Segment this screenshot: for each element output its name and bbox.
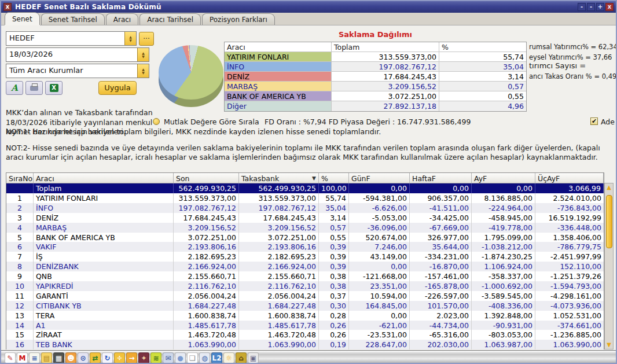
scope-combobox[interactable]: Tüm Aracı Kurumlar ▲▼: [6, 64, 149, 78]
distribution-row[interactable]: Diğer27.892.137,184,96: [225, 101, 526, 111]
arrow-right-icon[interactable]: →: [126, 352, 137, 363]
blue-dot-icon[interactable]: ●: [175, 352, 186, 363]
refresh-icon[interactable]: ↻: [102, 352, 113, 363]
document-icon[interactable]: ❏: [187, 352, 198, 363]
column-header-ayf[interactable]: AyF: [472, 173, 535, 183]
column-header-name[interactable]: Aracı: [34, 173, 174, 183]
column-header-ucayf[interactable]: ÜçAyF: [535, 173, 604, 183]
percent-cell: 55,74: [439, 52, 526, 61]
order-pad-icon[interactable]: ≡: [29, 352, 40, 363]
symbol-combobox[interactable]: HEDEF ▲▼: [6, 31, 137, 46]
table-row[interactable]: 1YATIRIM FONLARI313.559.373,00313.559.37…: [6, 193, 604, 203]
sort-radio[interactable]: [153, 118, 160, 125]
table-row[interactable]: 2İNFO197.082.767,12197.082.767,1235,04-6…: [6, 203, 604, 213]
column-header-pct[interactable]: %: [319, 173, 349, 183]
chart-window-icon[interactable]: ▦: [53, 352, 64, 363]
date-combobox[interactable]: 18/03/2026 ▲▼: [6, 47, 149, 62]
scroll-down-icon[interactable]: ▼: [605, 341, 612, 348]
column-header-haftaf[interactable]: HaftaF: [410, 173, 472, 183]
cell-haftaf: 0,00: [410, 183, 472, 193]
table-row[interactable]: 3DENİZ17.684.245,4317.684.245,433,14-5.0…: [6, 213, 604, 223]
cell-ayf: 1.392.848,00: [472, 311, 535, 321]
cell-son: 2.056.004,24: [174, 291, 239, 301]
bank-icon[interactable]: ⌂: [236, 352, 247, 363]
table-row[interactable]: 14A11.485.617,781.485.617,780,26-621,00-…: [6, 321, 604, 330]
content-area: HEDEF ▲▼ ... 18/03/2026 ▲▼ Tüm Aracı Kur…: [1, 25, 616, 350]
table-row[interactable]: 16TEB BANK1.063.990,001.063.990,000,1922…: [6, 340, 604, 350]
scroll-up-icon[interactable]: ▲: [605, 184, 612, 191]
table-row[interactable]: 8DENİZBANK2.166.924,002.166.924,000,390,…: [6, 262, 604, 271]
percent-cell: 0,55: [439, 91, 526, 101]
spinner-icon[interactable]: ▲▼: [137, 48, 149, 61]
table-row[interactable]: 15ZİRAAT1.463.720,481.463.720,480,26-23.…: [6, 330, 604, 340]
scrollbar-thumb[interactable]: [606, 195, 612, 248]
table-row[interactable]: 9QNB2.155.660,712.155.660,710,38-121.668…: [6, 271, 604, 281]
table-row[interactable]: 7İŞ2.182.695,232.182.695,230,3943.149,00…: [6, 252, 604, 262]
table-row[interactable]: 12CITIBANK YB1.684.227,481.684.227,480,3…: [6, 301, 604, 311]
column-header-son[interactable]: Son: [174, 173, 239, 183]
tab-aracı-tarihsel[interactable]: Aracı Tarihsel: [139, 13, 201, 25]
font-button[interactable]: A: [6, 81, 23, 95]
minimize-button[interactable]: -: [587, 3, 595, 11]
column-header-gunf[interactable]: GünF: [349, 173, 410, 183]
cell-ucayf: -786.779,75: [535, 242, 604, 252]
vertical-scrollbar[interactable]: ▲ ▼: [604, 183, 614, 350]
print-button[interactable]: [25, 81, 43, 95]
distribution-row[interactable]: YATIRIM FONLARI313.559.373,0055,74: [225, 52, 526, 62]
mask-icon[interactable]: ✦: [138, 352, 149, 363]
sun-chart-icon[interactable]: ☼: [223, 352, 234, 363]
spinner-icon[interactable]: ▲▼: [124, 32, 136, 45]
font-icon: A: [11, 83, 18, 93]
tab-aracı[interactable]: Aracı: [106, 13, 138, 25]
apply-button[interactable]: Uygula: [98, 81, 137, 95]
picture-window-icon[interactable]: ▣: [248, 352, 259, 363]
cell-name: İŞ: [34, 252, 174, 262]
broker-name-cell: MARBAŞ: [225, 82, 332, 91]
divide-icon[interactable]: ÷: [114, 352, 125, 363]
close-icon[interactable]: x: [3, 3, 12, 11]
distribution-row[interactable]: BANK OF AMERICA YB3.072.251,000,55: [225, 91, 526, 101]
column-header-no[interactable]: SıraNo: [6, 173, 34, 183]
accounts-icon[interactable]: ☻: [65, 352, 76, 363]
adet-checkbox[interactable]: ✔: [590, 117, 598, 125]
investor-stat-line: eysel Yatırımcı% = 37,66: [529, 53, 612, 61]
excel-export-button[interactable]: X: [45, 81, 63, 95]
table-row[interactable]: 4MARBAŞ3.209.156,523.209.156,520,57-36.0…: [6, 223, 604, 233]
filter-dropdown-icon[interactable]: ▼: [312, 175, 316, 181]
tab-senet[interactable]: Senet: [5, 12, 40, 25]
cell-gunf: 43.149,00: [349, 252, 410, 262]
printer-icon: [30, 86, 38, 91]
database-icon[interactable]: ◍: [199, 352, 210, 363]
close-button[interactable]: x: [605, 3, 614, 11]
maximize-button[interactable]: +: [596, 3, 604, 11]
table-row[interactable]: 5BANK OF AMERICA YB3.072.251,003.072.251…: [6, 233, 604, 242]
zigzag-chart-icon[interactable]: ≋: [150, 352, 161, 363]
table-row[interactable]: 10YAPIKREDİ2.116.762,102.116.762,100,382…: [6, 281, 604, 291]
distribution-row[interactable]: İNFO197.082.767,1235,04: [225, 62, 526, 72]
table-row[interactable]: 6VAKIF2.193.806,162.193.806,160,397.246,…: [6, 242, 604, 252]
level2-icon[interactable]: L2: [211, 352, 222, 363]
cell-pct: 100,00: [319, 183, 349, 193]
tab-senet-tarihsel[interactable]: Senet Tarihsel: [41, 13, 105, 25]
transfer-icon[interactable]: ⇄: [90, 352, 101, 363]
search-icon[interactable]: ⊙: [78, 352, 89, 363]
table-row[interactable]: 11GARANTİ2.056.004,242.056.004,240,3710.…: [6, 291, 604, 301]
cell-name: QNB: [34, 271, 174, 281]
cell-ucayf: 3.066,99: [535, 183, 604, 193]
total-cell: 27.892.137,18: [332, 101, 439, 111]
distribution-row[interactable]: DENİZ17.684.245,433,14: [225, 72, 526, 82]
total-row[interactable]: Toplam562.499.930,25562.499.930,25100,00…: [6, 183, 604, 193]
column-header-takasbank[interactable]: Takasbank▼: [239, 173, 319, 183]
cell-ayf: -358.337,00: [472, 271, 535, 281]
inbox-icon[interactable]: ✉: [163, 352, 174, 363]
folder-icon[interactable]: ▤: [41, 352, 52, 363]
tab-pozisyon-farkları[interactable]: Pozisyon Farkları: [202, 13, 275, 25]
spinner-icon[interactable]: ▲▼: [137, 64, 149, 78]
minimize-dim-button[interactable]: -: [578, 3, 586, 11]
matriks-m-icon[interactable]: M: [17, 352, 28, 363]
cell-son: 3.209.156,52: [174, 223, 239, 233]
distribution-row[interactable]: MARBAŞ3.209.156,520,57: [225, 82, 526, 91]
chart-pencil-icon[interactable]: ✎: [5, 352, 16, 363]
table-row[interactable]: 13TERA1.600.838,741.600.838,740,280,002.…: [6, 311, 604, 321]
more-button[interactable]: ...: [139, 32, 154, 46]
